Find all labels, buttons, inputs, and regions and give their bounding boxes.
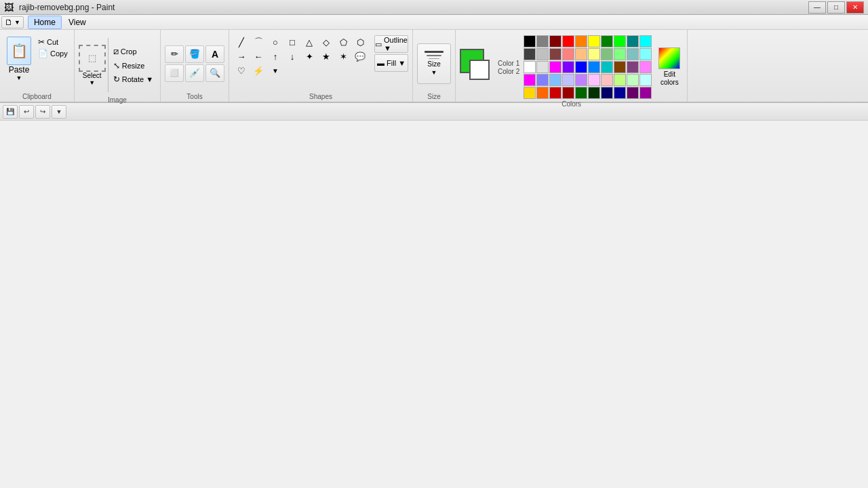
palette-cell-30[interactable] — [524, 74, 536, 86]
palette-cell-27[interactable] — [614, 61, 626, 73]
shape-star6[interactable]: ✶ — [335, 49, 351, 63]
palette-cell-15[interactable] — [588, 48, 600, 60]
palette-cell-20[interactable] — [524, 61, 536, 73]
shape-more[interactable]: ▼ — [267, 64, 283, 77]
save-button[interactable]: 💾 — [3, 105, 18, 119]
palette-cell-40[interactable] — [524, 87, 536, 99]
shape-arrow-down[interactable]: ↓ — [284, 49, 300, 63]
shape-triangle[interactable]: △ — [301, 35, 317, 49]
palette-cell-39[interactable] — [639, 74, 652, 86]
shape-callout[interactable]: 💬 — [352, 49, 368, 63]
copy-button[interactable]: 📄 Copy — [36, 48, 70, 59]
view-tab[interactable]: View — [63, 16, 92, 28]
fill-button[interactable]: ▬ Fill ▼ — [374, 54, 408, 72]
color2-swatch[interactable] — [469, 60, 490, 80]
palette-cell-0[interactable] — [524, 35, 536, 47]
shape-line[interactable]: ╱ — [233, 35, 250, 49]
shape-arrow-left[interactable]: ← — [250, 49, 267, 63]
palette-cell-13[interactable] — [562, 48, 574, 60]
crop-button[interactable]: ⧄ Crop — [111, 45, 156, 58]
shape-rect[interactable]: □ — [284, 35, 300, 49]
rotate-button[interactable]: ↻ Rotate ▼ — [111, 73, 156, 85]
shape-pentagon[interactable]: ⬠ — [335, 35, 351, 49]
palette-cell-2[interactable] — [549, 35, 561, 47]
palette-cell-1[interactable] — [536, 35, 549, 47]
palette-cell-31[interactable] — [536, 74, 549, 86]
palette-cell-3[interactable] — [562, 35, 574, 47]
palette-cell-25[interactable] — [588, 61, 600, 73]
redo-button[interactable]: ↪ — [35, 105, 50, 119]
palette-cell-19[interactable] — [639, 48, 652, 60]
palette-cell-17[interactable] — [614, 48, 626, 60]
magnify-tool[interactable]: 🔍 — [205, 64, 224, 82]
palette-cell-38[interactable] — [627, 74, 639, 86]
palette-cell-9[interactable] — [639, 35, 652, 47]
cut-button[interactable]: ✂ Cut — [36, 37, 70, 47]
palette-cell-7[interactable] — [614, 35, 626, 47]
resize-button[interactable]: ⤡ Resize — [111, 60, 156, 72]
palette-cell-49[interactable] — [639, 87, 652, 99]
palette-cell-28[interactable] — [627, 61, 639, 73]
palette-cell-12[interactable] — [549, 48, 561, 60]
qa-dropdown[interactable]: ▼ — [52, 105, 66, 119]
palette-cell-22[interactable] — [549, 61, 561, 73]
palette-cell-45[interactable] — [588, 87, 600, 99]
shape-heart[interactable]: ♡ — [233, 64, 250, 77]
palette-cell-8[interactable] — [627, 35, 639, 47]
file-menu-button[interactable]: 🗋 ▼ — [1, 16, 24, 28]
palette-cell-41[interactable] — [536, 87, 549, 99]
palette-cell-26[interactable] — [601, 61, 613, 73]
size-button[interactable]: Size ▼ — [417, 43, 451, 84]
palette-cell-48[interactable] — [627, 87, 639, 99]
palette-cell-33[interactable] — [562, 74, 574, 86]
palette-cell-24[interactable] — [575, 61, 587, 73]
shape-diamond[interactable]: ◇ — [318, 35, 334, 49]
palette-cell-42[interactable] — [549, 87, 561, 99]
shape-star4[interactable]: ✦ — [301, 49, 317, 63]
palette-cell-23[interactable] — [562, 61, 574, 73]
palette-cell-10[interactable] — [524, 48, 536, 60]
palette-cell-16[interactable] — [601, 48, 613, 60]
shape-star5[interactable]: ★ — [318, 49, 334, 63]
fill-tool[interactable]: 🪣 — [185, 45, 204, 63]
palette-cell-29[interactable] — [639, 61, 652, 73]
shape-hex[interactable]: ⬡ — [352, 35, 368, 49]
shape-curve[interactable]: ⌒ — [250, 35, 267, 49]
palette-cell-11[interactable] — [536, 48, 549, 60]
palette-cell-5[interactable] — [588, 35, 600, 47]
window-controls: — □ ✕ — [808, 1, 864, 14]
minimize-button[interactable]: — — [808, 1, 826, 14]
palette-cell-35[interactable] — [588, 74, 600, 86]
palette-cell-21[interactable] — [536, 61, 549, 73]
close-button[interactable]: ✕ — [846, 1, 864, 14]
palette-cell-46[interactable] — [601, 87, 613, 99]
shape-arrow-up[interactable]: ↑ — [267, 49, 283, 63]
undo-button[interactable]: ↩ — [19, 105, 34, 119]
edit-colors-button[interactable]: Edit colors — [656, 47, 683, 87]
text-tool[interactable]: A — [205, 45, 224, 63]
palette-cell-4[interactable] — [575, 35, 587, 47]
outline-button[interactable]: ▭ Outline ▼ — [374, 35, 408, 53]
eraser-tool[interactable]: ⬜ — [165, 64, 184, 82]
palette-cell-43[interactable] — [562, 87, 574, 99]
paste-button[interactable]: 📋 Paste ▼ — [4, 35, 34, 83]
palette-cell-32[interactable] — [549, 74, 561, 86]
palette-cell-18[interactable] — [627, 48, 639, 60]
maximize-button[interactable]: □ — [827, 1, 845, 14]
palette-cell-6[interactable] — [601, 35, 613, 47]
palette-cell-36[interactable] — [601, 74, 613, 86]
select-tool[interactable]: ⬚ Select ▼ — [79, 45, 106, 86]
eyedropper-tool[interactable]: 💉 — [185, 64, 204, 82]
palette-cell-37[interactable] — [614, 74, 626, 86]
palette-cell-14[interactable] — [575, 48, 587, 60]
pencil-tool[interactable]: ✏ — [165, 45, 184, 63]
fill-label: Fill ▼ — [387, 59, 406, 67]
shape-lightning[interactable]: ⚡ — [250, 64, 267, 77]
palette-cell-47[interactable] — [614, 87, 626, 99]
palette-cell-34[interactable] — [575, 74, 587, 86]
shape-arrow-right[interactable]: → — [233, 49, 250, 63]
shape-oval[interactable]: ○ — [267, 35, 283, 49]
home-tab[interactable]: Home — [28, 16, 62, 29]
select-arrow: ▼ — [89, 79, 95, 86]
palette-cell-44[interactable] — [575, 87, 587, 99]
